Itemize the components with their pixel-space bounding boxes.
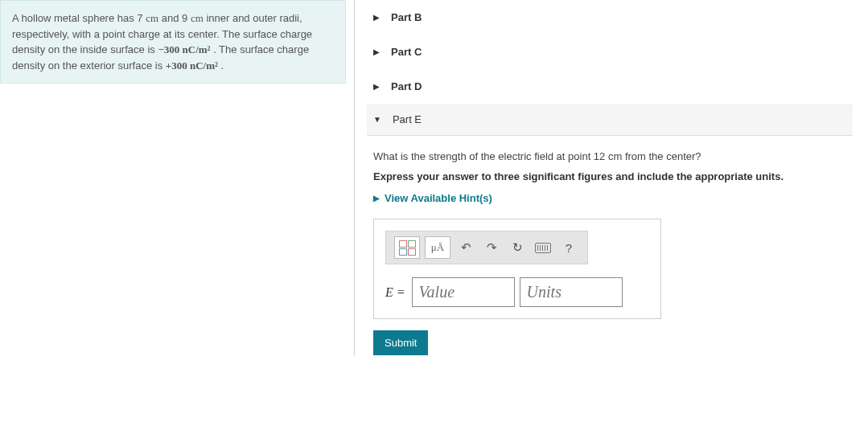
undo-button[interactable]: ↶ [455,237,476,258]
equation-toolbar: μÅ ↶ ↷ ↻ ? [385,231,588,264]
part-e-header[interactable]: ▼ Part E [367,104,853,136]
sigma-inner: −300 nC/m² [158,43,210,55]
chevron-right-icon: ▶ [373,47,380,56]
part-d-header[interactable]: ▶ Part D [367,69,853,104]
part-d-label: Part D [391,80,422,92]
keyboard-icon [535,243,551,253]
part-b-header[interactable]: ▶ Part B [367,0,853,35]
problem-statement: A hollow metal sphere has 7 cm and 9 cm … [0,0,346,84]
chevron-down-icon: ▼ [373,115,381,124]
answer-input-row: E = [385,277,649,307]
unit-cm-1: cm [146,12,158,24]
keyboard-button[interactable] [533,237,553,258]
question-text: What is the strength of the electric fie… [373,150,846,162]
reset-icon: ↻ [512,240,523,255]
unit-cm-2: cm [191,12,204,24]
part-c-label: Part C [391,46,422,58]
chevron-right-icon: ▶ [373,13,380,22]
part-c-header[interactable]: ▶ Part C [367,35,853,69]
problem-text-2: and 9 [158,12,191,24]
help-icon: ? [566,241,572,255]
variable-label: E = [385,285,405,300]
hints-label: View Available Hint(s) [385,192,492,204]
instruction-text: Express your answer to three significant… [373,170,846,182]
redo-button[interactable]: ↷ [481,237,502,258]
chevron-right-icon: ▶ [373,82,380,91]
value-input[interactable] [412,277,515,307]
mua-label: μÅ [431,241,444,254]
help-button[interactable]: ? [558,237,579,258]
part-e-label: Part E [393,113,422,125]
sigma-outer: +300 nC/m² [166,59,218,72]
part-b-label: Part B [391,11,422,23]
answer-box: μÅ ↶ ↷ ↻ ? [373,219,661,319]
submit-button[interactable]: Submit [373,330,428,355]
units-input[interactable] [520,277,623,307]
special-chars-button[interactable]: μÅ [425,236,450,259]
view-hints-link[interactable]: ▶ View Available Hint(s) [373,192,846,204]
part-e-body: What is the strength of the electric fie… [367,136,853,355]
redo-icon: ↷ [487,240,497,255]
problem-text-1: A hollow metal sphere has 7 [12,12,146,24]
problem-text-5: . [218,59,224,72]
reset-button[interactable]: ↻ [507,237,528,258]
template-picker-button[interactable] [394,236,420,259]
undo-icon: ↶ [461,240,471,255]
chevron-right-icon: ▶ [373,194,380,203]
submit-label: Submit [385,337,417,349]
